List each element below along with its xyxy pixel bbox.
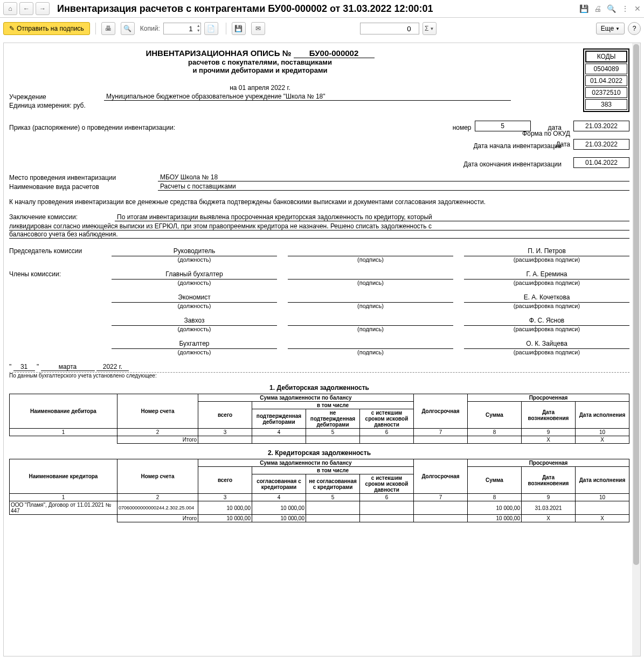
home-button[interactable]: ⌂ — [3, 2, 17, 15]
order-date: 21.03.2022 — [573, 121, 629, 131]
section2-title: 2. Кредиторская задолженность — [9, 449, 629, 457]
menu-dots-icon[interactable]: ⋮ — [621, 4, 629, 13]
creditor-row: ООО "Пламя", Договор от 11.01.2021 № 447… — [10, 501, 629, 515]
place-value: МБОУ Школа № 18 — [158, 173, 629, 181]
unit-label: Единица измерения: руб. — [9, 102, 86, 109]
okud-label: Форма по ОКУД — [522, 128, 570, 139]
conclusion-line1: По итогам инвентаризации выявлена просро… — [115, 213, 629, 221]
copies-up-icon[interactable]: ▲ — [197, 23, 200, 28]
pen-icon: ✎ — [9, 25, 15, 32]
intro-text: К началу проведения инвентаризации все д… — [9, 198, 629, 206]
inv-end: 01.04.2022 — [573, 157, 629, 168]
page-setup-button[interactable]: 📄 — [204, 22, 218, 35]
preview-icon[interactable]: 🔍 — [607, 4, 616, 13]
more-button[interactable]: Еще▼ — [596, 23, 625, 34]
debtor-table: Наименование дебитора Номер счета Сумма … — [9, 394, 629, 444]
numeric-input[interactable] — [360, 23, 419, 34]
zoom-button[interactable]: 🔍 — [121, 22, 135, 35]
order-num-label: номер — [453, 124, 472, 131]
print-button[interactable]: 🖶 — [101, 22, 115, 35]
back-button[interactable]: ← — [19, 2, 33, 15]
kind-value: Расчеты с поставщиками — [158, 183, 629, 191]
copies-down-icon[interactable]: ▼ — [197, 28, 200, 33]
code-date-label: Дата — [522, 139, 570, 150]
inv-start: 21.03.2022 — [573, 139, 629, 150]
save-icon[interactable]: 💾 — [579, 4, 588, 13]
conclusion-label: Заключение комиссии: — [9, 213, 112, 221]
org-value: Муниципальное бюджетное образовательное … — [104, 93, 511, 101]
signer-pos-0: Руководитель — [112, 247, 277, 256]
send-for-signature-button[interactable]: ✎ Отправить на подпись — [3, 22, 90, 35]
creditor-table: Наименование кредитора Номер счета Сумма… — [9, 459, 629, 522]
org-label: Учреждение — [9, 93, 101, 101]
foot-note: По данным бухгалтерского учета установле… — [9, 373, 629, 379]
copies-label: Копий: — [140, 25, 160, 32]
conclusion-line2: ликвидирован согласно имеющейся выписки … — [9, 222, 629, 230]
print-icon[interactable]: 🖨 — [594, 4, 601, 13]
doc-title-line1: ИНВЕНТАРИЗАЦИОННАЯ ОПИСЬ № БУ00-000002 — [9, 48, 511, 58]
email-button[interactable]: ✉ — [251, 22, 265, 35]
window-title: Инвентаризация расчетов с контрагентами … — [57, 3, 579, 15]
members-label: Члены комиссии: — [9, 270, 101, 286]
forward-button[interactable]: → — [36, 2, 50, 15]
sign-date: " 31 " марта 2022 г. — [9, 363, 629, 371]
doc-title-line3: и прочими дебиторами и кредиторами — [9, 66, 511, 74]
save-disk-button[interactable]: 💾 — [232, 22, 246, 35]
kind-label: Наименование вида расчетов — [9, 183, 155, 191]
signer-name-0: П. И. Петров — [464, 247, 629, 256]
doc-title-line2: расчетов с покупателями, поставщиками — [9, 58, 511, 66]
help-button[interactable]: ? — [628, 22, 641, 35]
inv-end-label: Дата окончания инвентаризации — [463, 160, 562, 168]
section1-title: 1. Дебиторская задолженность — [9, 384, 629, 392]
conclusion-line3: балансового учета без наблюдения. — [9, 230, 629, 239]
codes-table: КОДЫ 0504089 01.04.2022 02372510 383 — [583, 48, 629, 112]
chairman-label: Председатель комиссии — [9, 247, 101, 263]
sigma-button[interactable]: Σ▼ — [423, 22, 437, 35]
place-label: Место проведения инвентаризации — [9, 174, 155, 181]
order-label: Приказ (распоряжение) о проведении инвен… — [9, 124, 236, 131]
copies-input[interactable] — [163, 23, 201, 34]
close-icon[interactable]: ✕ — [634, 4, 641, 13]
on-date: на 01 апреля 2022 г. — [9, 84, 511, 92]
